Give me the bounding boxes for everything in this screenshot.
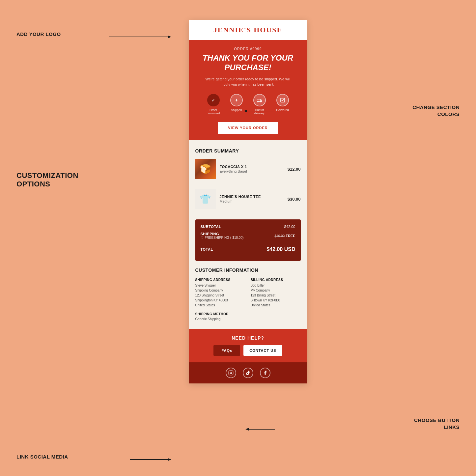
step-out-delivery: Out fordelivery bbox=[248, 94, 271, 116]
order-item-tshirt: JENNIE'S HOUSE TEE Medium $30.00 bbox=[195, 189, 301, 214]
step-icon-out-delivery bbox=[253, 94, 266, 106]
annotation-customization: CUSTOMIZATIONOPTIONS bbox=[16, 171, 78, 189]
shipping-address-title: SHIPPING ADDRESS bbox=[195, 278, 245, 282]
footer-social bbox=[189, 362, 307, 383]
hero-title: THANK YOU FOR YOUR PURCHASE! bbox=[197, 53, 299, 72]
shipping-method-value: Generic Shipping bbox=[195, 317, 301, 321]
footer-buttons: FAQs CONTACT US bbox=[195, 345, 301, 356]
order-number: ORDER #9999 bbox=[197, 47, 299, 51]
step-label-delivered: Delivered bbox=[276, 108, 289, 112]
item-name-focaccia: FOCACCIA X 1 bbox=[220, 165, 284, 169]
subtotal-value: $42.00 bbox=[284, 225, 295, 229]
shipping-info: SHIPPING ♡ FREESHIPPING (-$10.00) bbox=[201, 232, 244, 239]
contact-button[interactable]: CONTACT US bbox=[243, 345, 282, 356]
step-shipped: ✈ Shipped bbox=[225, 94, 248, 112]
svg-point-2 bbox=[260, 101, 261, 102]
shipping-method-block: SHIPPING METHOD Generic Shipping bbox=[195, 312, 301, 321]
tshirt-visual bbox=[195, 189, 216, 209]
footer-help: NEED HELP? FAQs CONTACT US bbox=[189, 329, 307, 362]
item-variant-focaccia: Everything Bagel bbox=[220, 169, 284, 173]
shipping-price-group: $10.00 FREE bbox=[275, 234, 295, 238]
total-label: TOTAL bbox=[201, 247, 213, 251]
annotation-section-colors: CHANGE SECTIONCOLORS bbox=[412, 104, 460, 118]
step-label-out-delivery: Out fordelivery bbox=[254, 108, 265, 116]
email-mockup: JENNIE'S HOUSE ORDER #9999 THANK YOU FOR… bbox=[189, 20, 307, 383]
shipping-label: SHIPPING bbox=[201, 232, 219, 236]
annotation-add-logo: ADD YOUR LOGO bbox=[16, 31, 61, 37]
discount-text: FREESHIPPING (-$10.00) bbox=[205, 236, 244, 239]
customer-info: CUSTOMER INFORMATION SHIPPING ADDRESS St… bbox=[195, 261, 301, 321]
svg-marker-12 bbox=[168, 458, 171, 461]
shipping-method-title: SHIPPING METHOD bbox=[195, 312, 301, 316]
annotation-social: LINK SOCIAL MEDIA bbox=[16, 454, 68, 460]
shipping-address-text: Steve ShipperShipping Company123 Shippin… bbox=[195, 283, 245, 308]
progress-steps: ✓ Orderconfirmed ✈ Shipped bbox=[197, 94, 299, 116]
focaccia-visual bbox=[195, 159, 216, 179]
order-totals: SUBTOTAL $42.00 SHIPPING ♡ FREESHIPPING … bbox=[195, 219, 301, 261]
svg-point-1 bbox=[257, 101, 258, 102]
svg-point-6 bbox=[232, 372, 232, 372]
svg-rect-4 bbox=[229, 371, 233, 375]
step-icon-confirmed: ✓ bbox=[207, 94, 220, 106]
order-item-focaccia: FOCACCIA X 1 Everything Bagel $12.00 bbox=[195, 159, 301, 184]
need-help-title: NEED HELP? bbox=[195, 335, 301, 341]
facebook-icon[interactable] bbox=[260, 368, 270, 378]
svg-point-5 bbox=[230, 372, 232, 374]
step-icon-delivered bbox=[276, 94, 289, 106]
order-summary-title: ORDER SUMMARY bbox=[195, 148, 301, 154]
billing-address-block: BILLING ADDRESS Bob BillerMy Company123 … bbox=[251, 278, 301, 308]
address-grid: SHIPPING ADDRESS Steve ShipperShipping C… bbox=[195, 278, 301, 308]
focaccia-image bbox=[195, 159, 216, 179]
email-hero: ORDER #9999 THANK YOU FOR YOUR PURCHASE!… bbox=[189, 40, 307, 140]
svg-marker-8 bbox=[168, 36, 171, 38]
annotation-button-links: CHOOSE BUTTONLINKS bbox=[414, 417, 460, 431]
item-price-tshirt: $30.00 bbox=[288, 197, 301, 202]
hero-subtitle: We're getting your order ready to be shi… bbox=[205, 76, 291, 87]
item-name-tshirt: JENNIE'S HOUSE TEE bbox=[220, 195, 284, 199]
tag-icon: ♡ bbox=[201, 236, 204, 239]
shipping-original: $10.00 bbox=[275, 234, 285, 238]
item-details-tshirt: JENNIE'S HOUSE TEE Medium bbox=[220, 195, 284, 203]
step-label-confirmed: Orderconfirmed bbox=[207, 108, 220, 116]
total-value: $42.00 USD bbox=[266, 246, 295, 252]
faqs-button[interactable]: FAQs bbox=[213, 345, 240, 356]
subtotal-label: SUBTOTAL bbox=[201, 225, 221, 229]
instagram-icon[interactable] bbox=[226, 368, 236, 378]
brand-name: JENNIE'S HOUSE bbox=[195, 26, 301, 34]
item-price-focaccia: $12.00 bbox=[288, 167, 301, 172]
item-variant-tshirt: Medium bbox=[220, 199, 284, 203]
email-header: JENNIE'S HOUSE bbox=[189, 20, 307, 40]
shipping-discount: ♡ FREESHIPPING (-$10.00) bbox=[201, 236, 244, 239]
tiktok-icon[interactable] bbox=[243, 368, 253, 378]
billing-address-title: BILLING ADDRESS bbox=[251, 278, 301, 282]
step-order-confirmed: ✓ Orderconfirmed bbox=[202, 94, 225, 116]
item-details-focaccia: FOCACCIA X 1 Everything Bagel bbox=[220, 165, 284, 173]
svg-rect-0 bbox=[257, 99, 260, 101]
svg-marker-14 bbox=[245, 428, 249, 431]
customer-info-title: CUSTOMER INFORMATION bbox=[195, 267, 301, 273]
shipping-row: SHIPPING ♡ FREESHIPPING (-$10.00) $10.00… bbox=[201, 232, 295, 239]
step-delivered: Delivered bbox=[271, 94, 294, 112]
step-icon-shipped: ✈ bbox=[230, 94, 243, 106]
subtotal-row: SUBTOTAL $42.00 bbox=[201, 225, 295, 229]
email-body: ORDER SUMMARY FOCACCIA X 1 Everything Ba… bbox=[189, 140, 307, 329]
step-label-shipped: Shipped bbox=[231, 108, 242, 112]
shipping-address-block: SHIPPING ADDRESS Steve ShipperShipping C… bbox=[195, 278, 245, 308]
tshirt-image bbox=[195, 189, 216, 209]
billing-address-text: Bob BillerMy Company123 Billing StreetBi… bbox=[251, 283, 301, 308]
view-order-button[interactable]: VIEW YOUR ORDER bbox=[218, 122, 278, 134]
total-row: TOTAL $42.00 USD bbox=[201, 243, 295, 252]
shipping-free: FREE bbox=[286, 234, 295, 238]
